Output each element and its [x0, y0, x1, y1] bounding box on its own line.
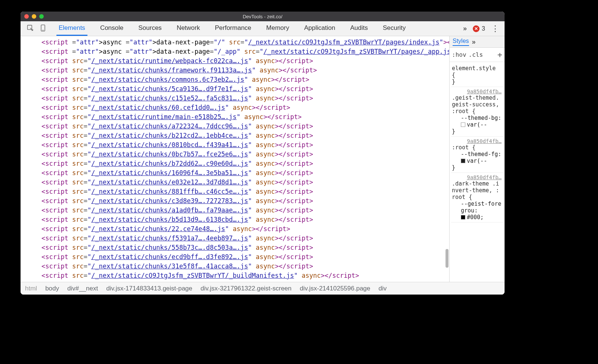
devtools-window: DevTools - zeit.co/ ElementsConsoleSourc… — [21, 12, 505, 295]
settings-menu-icon[interactable]: ⋮ — [491, 24, 499, 34]
style-rule[interactable]: 9a850df4fb….geist-themed.geist-success, … — [451, 87, 503, 137]
dom-node[interactable]: <script src="/_next/static/chunks/60.cef… — [23, 103, 449, 112]
panel-tabs: ElementsConsoleSourcesNetworkPerformance… — [53, 21, 408, 36]
dom-node[interactable]: <script src="/_next/static/runtime/main-… — [23, 112, 449, 122]
styles-pane: Styles » :hov .cls + element.style {}9a8… — [449, 36, 505, 282]
dom-node[interactable]: <script src="/_next/static/chunks/0810bc… — [23, 140, 449, 150]
close-window-button[interactable] — [24, 14, 29, 19]
styles-subtabs: Styles » — [450, 36, 505, 48]
breadcrumb-item[interactable]: div.jsx-2141025596.page — [300, 285, 370, 292]
dom-node[interactable]: <script src="/_next/static/chunks/a72232… — [23, 122, 449, 131]
breadcrumb-item[interactable]: body — [45, 285, 59, 292]
new-style-rule-icon[interactable]: + — [497, 50, 502, 59]
titlebar: DevTools - zeit.co/ — [21, 12, 505, 21]
window-controls — [24, 14, 44, 19]
scrollbar[interactable] — [445, 36, 449, 282]
overflow-tabs-icon[interactable]: » — [463, 25, 467, 32]
tab-sources[interactable]: Sources — [136, 21, 164, 36]
tab-memory[interactable]: Memory — [264, 21, 291, 36]
dom-node[interactable]: <script src="/_next/static/chunks/f5391a… — [23, 234, 449, 243]
inspect-icon[interactable] — [27, 24, 34, 33]
dom-node[interactable]: <script src="/_next/static/chunks/a1ad0f… — [23, 206, 449, 215]
dom-breadcrumbs: htmlbodydiv#__nextdiv.jsx-1714833413.gei… — [21, 282, 505, 295]
tab-elements[interactable]: Elements — [56, 21, 87, 36]
source-link[interactable]: 9a850df4fb… — [452, 174, 502, 180]
styles-toolbar: :hov .cls + — [450, 48, 505, 62]
breadcrumb-item[interactable]: html — [25, 285, 37, 292]
dom-node[interactable]: <script src="/_next/static/runtime/webpa… — [23, 56, 449, 66]
dom-node[interactable]: <script src="/_next/static/chunks/c3d8e3… — [23, 196, 449, 206]
breadcrumb-item[interactable]: div#__next — [67, 285, 98, 292]
dom-node[interactable]: <script src="/_next/static/cO9JtgJsfm_zS… — [23, 271, 449, 280]
breadcrumb-item[interactable]: div.jsx-3217961322.geist-screen — [201, 285, 292, 292]
tab-performance[interactable]: Performance — [213, 21, 253, 36]
dom-node[interactable]: <script src="/_next/static/chunks/0bc7b5… — [23, 150, 449, 159]
window-title: DevTools - zeit.co/ — [21, 14, 505, 19]
scrollbar-thumb[interactable] — [446, 249, 449, 268]
minimize-window-button[interactable] — [32, 14, 36, 19]
style-rule[interactable]: element.style {} — [451, 63, 503, 87]
breadcrumb-item[interactable]: div — [379, 285, 387, 292]
error-icon: ✕ — [473, 25, 480, 32]
dom-node[interactable]: <script src="/_next/static/chunks/22.ce7… — [23, 224, 449, 234]
dom-node[interactable]: <script src="/_next/static/chunks/5ca913… — [23, 84, 449, 94]
elements-tree[interactable]: <script ="attr">async ="attr">data-next-… — [21, 36, 449, 282]
dom-node[interactable]: <script src="/_next/static/chunks/b72dd6… — [23, 159, 449, 168]
dom-node[interactable]: <script src="/_next/static/chunks/c151e5… — [23, 94, 449, 103]
dom-node[interactable]: <script src="/_next/static/chunks/ecd9bf… — [23, 252, 449, 262]
styles-tab[interactable]: Styles — [453, 38, 469, 46]
device-toggle-icon[interactable] — [39, 24, 47, 33]
breadcrumb-item[interactable]: div.jsx-1714833413.geist-page — [106, 285, 192, 292]
dom-node[interactable]: <script ="attr">async ="attr">data-next-… — [23, 47, 449, 56]
tab-audits[interactable]: Audits — [348, 21, 370, 36]
zoom-window-button[interactable] — [39, 14, 44, 19]
dom-node[interactable]: <script src="/_next/static/chunks/881fff… — [23, 187, 449, 196]
hov-toggle[interactable]: :hov — [452, 51, 466, 58]
error-count[interactable]: ✕ 3 — [473, 25, 485, 32]
main-panels: <script ="attr">async ="attr">data-next-… — [21, 36, 505, 282]
source-link[interactable]: 9a850df4fb… — [452, 138, 502, 144]
dom-node[interactable]: <script ="attr">async ="attr">data-next-… — [23, 38, 449, 47]
tab-security[interactable]: Security — [380, 21, 408, 36]
dom-node[interactable]: <script src="/_next/static/chunks/framew… — [23, 66, 449, 75]
dom-node[interactable]: <script src="/_next/static/chunks/31e5f8… — [23, 262, 449, 271]
dom-node[interactable]: <script src="/_next/static/chunks/common… — [23, 75, 449, 84]
error-count-value: 3 — [482, 25, 485, 32]
dom-node[interactable]: <script src="/_next/static/chunks/16096f… — [23, 168, 449, 178]
style-rule[interactable]: 9a850df4fb…:root {--themed-fg:var(--} — [451, 137, 503, 173]
dom-node[interactable]: <script src="/_next/static/chunks/b5d13d… — [23, 215, 449, 224]
styles-overflow-icon[interactable]: » — [472, 38, 476, 46]
cls-toggle[interactable]: .cls — [469, 51, 483, 58]
style-rules[interactable]: element.style {}9a850df4fb….geist-themed… — [450, 62, 505, 282]
toolbar: ElementsConsoleSourcesNetworkPerformance… — [21, 21, 505, 36]
dom-node[interactable]: <script src="/_next/static/chunks/558b73… — [23, 243, 449, 252]
tab-application[interactable]: Application — [302, 21, 337, 36]
tab-console[interactable]: Console — [98, 21, 126, 36]
dom-node[interactable]: <script src="/_next/static/chunks/b212cd… — [23, 131, 449, 140]
source-link[interactable]: 9a850df4fb… — [452, 88, 502, 94]
tab-network[interactable]: Network — [175, 21, 202, 36]
dom-node[interactable]: <script src="/_next/static/chunks/e032e1… — [23, 178, 449, 187]
style-rule[interactable]: 9a850df4fb….dark-theme .invert-theme, :r… — [451, 173, 503, 223]
